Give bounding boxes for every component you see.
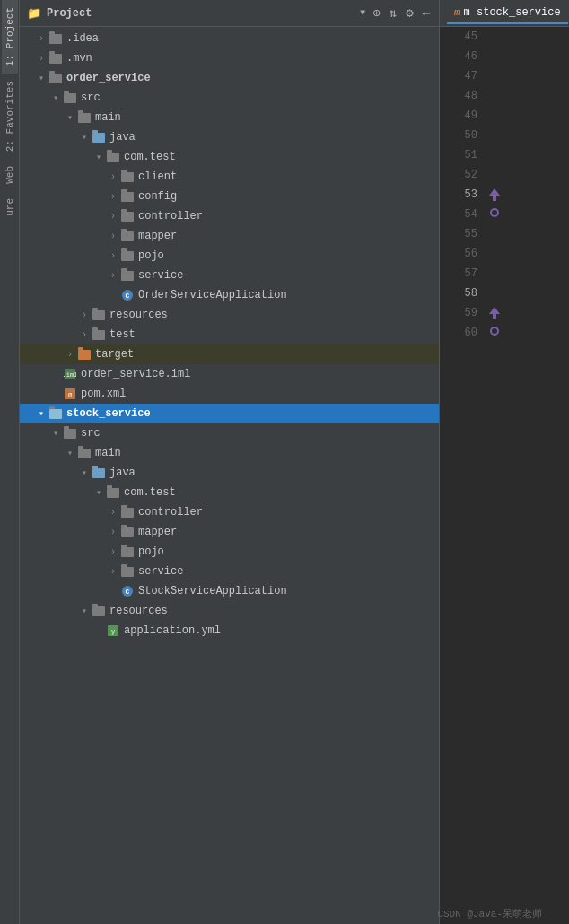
folder-icon	[106, 150, 120, 164]
item-label: OrderServiceApplication	[138, 289, 287, 301]
sidebar-item-project[interactable]: 1: Project	[2, 0, 18, 74]
tree-item-pojo-order[interactable]: pojo	[20, 246, 439, 266]
bookmark-circle-53	[489, 207, 500, 222]
tree-item-comtest-stock[interactable]: com.test	[20, 483, 439, 502]
tree-item-comtest-order[interactable]: com.test	[20, 147, 439, 167]
collapse-arrow[interactable]	[34, 34, 48, 44]
line-num-52: 52	[440, 165, 485, 185]
tree-item-target-order[interactable]: target	[20, 344, 439, 364]
tree-item-mapper-order[interactable]: mapper	[20, 226, 439, 246]
tab-stock-service[interactable]: m m stock_service	[447, 3, 568, 24]
tree-item-main-order[interactable]: main	[20, 108, 439, 127]
line-num-60: 60	[440, 323, 485, 343]
collapse-arrow[interactable]	[106, 172, 120, 182]
sort-icon[interactable]: ⇅	[388, 4, 398, 22]
tree-item-mapper-stock[interactable]: mapper	[20, 522, 439, 542]
folder-icon	[120, 229, 135, 243]
tree-item-src-order[interactable]: src	[20, 88, 439, 108]
collapse-arrow[interactable]	[106, 547, 120, 557]
collapse-icon[interactable]: ←	[421, 4, 432, 22]
line-numbers: 45 46 47 48 49 50 51 52 53 54 55 56 57 5…	[440, 27, 485, 924]
globe-icon[interactable]: ⊕	[371, 4, 381, 22]
collapse-arrow[interactable]	[106, 212, 120, 222]
folder-icon	[92, 327, 106, 342]
tree-item-src-stock[interactable]: src	[20, 423, 439, 443]
panel-dropdown-icon[interactable]: ▼	[360, 8, 365, 18]
collapse-arrow[interactable]	[77, 467, 92, 478]
collapse-arrow[interactable]	[92, 152, 106, 162]
tree-item-controller-order[interactable]: controller	[20, 206, 439, 226]
gutter-mark-53	[487, 185, 502, 224]
tree-item-appyml[interactable]: y application.yml	[20, 621, 439, 641]
tree-item-stock-service[interactable]: stock_service	[20, 404, 439, 423]
tree-item-pom-order[interactable]: m pom.xml	[20, 384, 439, 404]
tree-item-resources-stock[interactable]: resources	[20, 601, 439, 621]
folder-icon	[120, 505, 135, 519]
collapse-arrow[interactable]	[48, 92, 63, 103]
bookmark-circle-58	[489, 326, 500, 340]
tree-item-main-stock[interactable]: main	[20, 443, 439, 463]
collapse-arrow[interactable]	[106, 527, 120, 537]
folder-blue-icon	[92, 466, 106, 480]
collapse-arrow[interactable]	[34, 408, 48, 419]
collapse-arrow[interactable]	[106, 192, 120, 202]
left-sidebar-tabs: 1: Project 2: Favorites Web ure	[0, 0, 20, 924]
settings-icon[interactable]: ⚙	[404, 4, 415, 22]
item-label: .mvn	[66, 52, 92, 65]
tree-item-controller-stock[interactable]: controller	[20, 502, 439, 522]
folder-icon	[48, 31, 63, 46]
tree-item-resources-order[interactable]: resources	[20, 305, 439, 325]
collapse-arrow[interactable]	[63, 112, 77, 123]
tree-item-order-service[interactable]: order_service	[20, 68, 439, 88]
item-label: client	[138, 170, 177, 183]
collapse-arrow[interactable]	[77, 132, 92, 143]
item-label: mapper	[138, 230, 177, 242]
line-num-46: 46	[440, 47, 485, 66]
collapse-arrow[interactable]	[106, 508, 120, 518]
folder-icon	[63, 91, 77, 105]
tree-item-idea[interactable]: .idea	[20, 29, 439, 48]
tree-item-config[interactable]: config	[20, 187, 439, 206]
collapse-arrow[interactable]	[92, 487, 106, 498]
sidebar-item-favorites[interactable]: 2: Favorites	[2, 74, 18, 159]
svg-text:.iml: .iml	[64, 371, 76, 379]
collapse-arrow[interactable]	[34, 54, 48, 64]
tree-item-service-order[interactable]: service	[20, 266, 439, 285]
gutter-mark-60	[487, 362, 502, 382]
collapse-arrow[interactable]	[48, 428, 63, 439]
tree-item-order-iml[interactable]: .iml order_service.iml	[20, 364, 439, 384]
collapse-arrow[interactable]	[106, 231, 120, 241]
collapse-arrow[interactable]	[63, 350, 77, 360]
file-tree[interactable]: .idea .mvn order_service src main	[20, 27, 439, 924]
tree-item-orderserviceapp[interactable]: C OrderServiceApplication	[20, 285, 439, 305]
collapse-arrow[interactable]	[77, 606, 92, 616]
tree-item-mvn[interactable]: .mvn	[20, 48, 439, 68]
collapse-arrow[interactable]	[77, 310, 92, 320]
line-num-45: 45	[440, 27, 485, 47]
folder-icon	[120, 209, 135, 223]
tree-item-java-stock[interactable]: java	[20, 463, 439, 483]
tree-item-stockserviceapp[interactable]: C StockServiceApplication	[20, 581, 439, 601]
collapse-arrow[interactable]	[63, 448, 77, 458]
collapse-arrow[interactable]	[106, 567, 120, 577]
tree-item-client[interactable]: client	[20, 167, 439, 187]
xml-icon: m	[63, 387, 77, 401]
gutter-mark-48	[487, 86, 502, 106]
java-app-icon: C	[120, 584, 135, 598]
item-label: pojo	[138, 249, 164, 262]
collapse-arrow[interactable]	[106, 251, 120, 261]
sidebar-item-web[interactable]: Web	[2, 159, 18, 191]
sidebar-item-ure[interactable]: ure	[2, 191, 18, 223]
tree-item-java-order[interactable]: java	[20, 127, 439, 147]
collapse-arrow[interactable]	[34, 73, 48, 83]
folder-icon	[92, 604, 106, 618]
tree-item-test-order[interactable]: test	[20, 325, 439, 344]
line-num-49: 49	[440, 106, 485, 126]
folder-icon	[120, 545, 135, 559]
tree-item-service-stock[interactable]: service	[20, 562, 439, 581]
tree-item-pojo-stock[interactable]: pojo	[20, 542, 439, 562]
svg-marker-10	[489, 188, 500, 201]
line-num-48: 48	[440, 86, 485, 106]
collapse-arrow[interactable]	[106, 271, 120, 281]
collapse-arrow[interactable]	[77, 330, 92, 340]
